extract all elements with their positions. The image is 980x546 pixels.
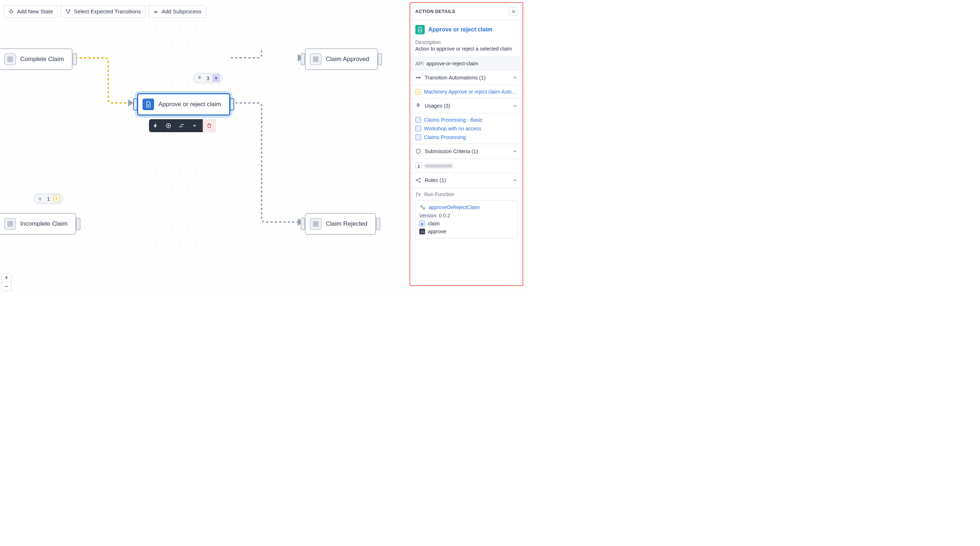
fx-icon: ƒx	[415, 192, 421, 197]
add-button[interactable]	[162, 119, 175, 132]
svg-rect-5	[10, 59, 11, 60]
port-out[interactable]	[378, 53, 382, 65]
api-row: API approve-or-reject-claim	[410, 57, 522, 70]
action-node-approve-reject[interactable]: Approve or reject claim	[137, 93, 230, 115]
svg-point-8	[40, 200, 40, 200]
submission-criteria-value: ■■■■■■■■■	[425, 163, 452, 169]
state-icon	[4, 53, 16, 65]
state-node-claim-approved[interactable]: Claim Approved	[305, 48, 378, 70]
module-icon	[213, 75, 220, 81]
svg-rect-15	[315, 59, 317, 60]
rocket-icon	[415, 103, 421, 109]
shield-icon	[415, 148, 421, 154]
count: 3	[207, 75, 209, 81]
svg-rect-10	[215, 77, 216, 78]
section-usages[interactable]: Usages (3)	[410, 99, 522, 113]
svg-rect-12	[215, 78, 218, 79]
port-in[interactable]	[301, 218, 305, 230]
bolt-button[interactable]	[149, 119, 162, 132]
bolt-icon	[415, 89, 421, 94]
section-label: Transition Automations (1)	[425, 75, 486, 80]
usage-link[interactable]: Workshop with no access	[424, 126, 481, 131]
cube-icon: ◈	[419, 220, 425, 227]
svg-rect-6	[8, 222, 12, 226]
function-version: Version: 0.0.2	[419, 213, 514, 219]
chevron-up-icon	[512, 178, 517, 183]
chevron-up-icon	[512, 149, 517, 154]
wifi-icon	[37, 195, 43, 202]
api-value: approve-or-reject-claim	[426, 61, 479, 67]
port-out[interactable]	[376, 218, 380, 230]
add-subprocess-button[interactable]: Add Subprocess	[148, 5, 206, 18]
svg-rect-17	[315, 223, 317, 225]
description-label: Description	[415, 39, 517, 45]
usage-link[interactable]: Claims Processing - Basic	[424, 117, 483, 123]
flow-icon	[415, 75, 421, 80]
port-out[interactable]	[230, 98, 234, 110]
svg-rect-14	[313, 57, 318, 61]
count: 1	[47, 196, 50, 202]
node-label: Approve or reject claim	[158, 101, 221, 108]
module-icon	[415, 134, 421, 140]
svg-point-20	[418, 105, 418, 105]
collapse-panel-button[interactable]	[509, 7, 518, 16]
chevron-up-icon	[512, 75, 517, 80]
field-icon: ▭	[419, 228, 425, 235]
zoom-in-button[interactable]: +	[2, 273, 11, 282]
state-node-complete-claim[interactable]: Complete Claim	[0, 48, 73, 70]
param: claim	[428, 220, 440, 227]
usage-link[interactable]: Claims Processing	[424, 134, 466, 140]
module-icon	[415, 126, 421, 131]
state-icon	[310, 53, 321, 65]
section-label: Usages (3)	[425, 103, 450, 109]
section-transition-automations[interactable]: Transition Automations (1)	[410, 70, 522, 85]
svg-rect-7	[10, 223, 11, 225]
swap-button[interactable]	[175, 119, 188, 132]
section-rules[interactable]: Rules (1)	[410, 173, 522, 188]
gears-icon	[419, 204, 426, 211]
param: approve	[428, 228, 446, 235]
svg-point-9	[199, 77, 200, 78]
action-name-link[interactable]: Approve or reject claim	[428, 26, 493, 33]
canvas-toolbar: Add New State Select Expected Transition…	[3, 5, 206, 18]
svg-rect-16	[313, 222, 318, 226]
state-icon	[310, 218, 321, 230]
port-in[interactable]	[301, 53, 305, 65]
node-label: Incomplete Claim	[20, 220, 67, 228]
delete-button[interactable]	[203, 119, 216, 132]
port-out[interactable]	[73, 53, 77, 65]
section-submission-criteria[interactable]: Submission Criteria (1)	[410, 144, 522, 159]
target-icon	[8, 9, 14, 14]
person-icon	[415, 163, 422, 169]
run-function-label: Run Function	[424, 192, 454, 197]
svg-point-23	[419, 178, 420, 179]
svg-point-1	[67, 10, 67, 11]
svg-point-22	[416, 180, 417, 181]
node-context-toolbar	[149, 119, 216, 132]
section-label: Rules (1)	[425, 177, 446, 183]
svg-point-2	[69, 10, 70, 11]
state-node-claim-rejected[interactable]: Claim Rejected	[305, 213, 376, 235]
zoom-out-button[interactable]: −	[2, 282, 11, 291]
transition-automation-link[interactable]: Machinery Approve or reject claim Auto…	[424, 89, 517, 94]
state-node-incomplete-claim[interactable]: Incomplete Claim	[0, 213, 76, 235]
more-button[interactable]	[188, 119, 201, 132]
node-label: Complete Claim	[20, 56, 64, 63]
api-label: API	[415, 61, 423, 67]
module-icon	[415, 117, 421, 123]
action-badge[interactable]: 3	[193, 73, 223, 83]
function-name-link[interactable]: approveOrRejectClaim	[429, 204, 480, 210]
svg-point-26	[423, 208, 425, 209]
node-label: Claim Rejected	[326, 220, 368, 228]
port-out[interactable]	[76, 218, 81, 230]
branch-icon	[65, 9, 71, 14]
select-expected-transitions-button[interactable]: Select Expected Transitions	[60, 5, 145, 18]
svg-point-18	[416, 77, 417, 78]
svg-point-24	[419, 181, 420, 182]
node-label: Claim Approved	[326, 56, 369, 63]
port-in[interactable]	[133, 98, 137, 110]
action-details-panel: ACTION DETAILS Approve or reject claim D…	[409, 2, 523, 286]
add-new-state-button[interactable]: Add New State	[3, 5, 58, 18]
incomplete-badge[interactable]: 1	[33, 193, 63, 204]
label: Select Expected Transitions	[74, 8, 141, 14]
